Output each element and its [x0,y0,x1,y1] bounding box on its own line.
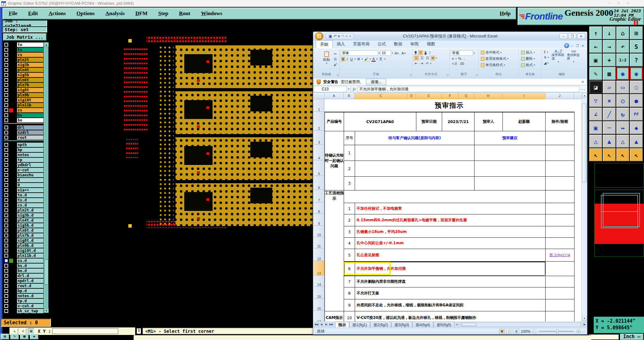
confirm-suggestion-cell[interactable] [475,161,546,177]
fill-button[interactable]: ⬇ ▾ [543,55,550,60]
menu-step[interactable]: Step [158,10,168,17]
layer-checkbox[interactable] [4,249,8,252]
empty-cell[interactable] [546,203,575,214]
phonetic-button[interactable]: 文 [378,56,384,62]
name-box[interactable]: C13 [314,86,347,92]
highlight-invert-icon[interactable]: ◪ [589,81,602,94]
layer-row-tp.d[interactable]: tp.d [3,298,43,303]
empty-cell[interactable] [546,226,575,238]
layer-checkbox[interactable] [4,153,8,157]
formula-input[interactable]: 不允许加平衡铜，允许加泪滴 [358,86,579,92]
zoom-knob[interactable] [556,329,558,333]
empty-cell[interactable] [546,287,575,299]
item-no-cell[interactable]: 7 [344,276,355,287]
align-right-icon[interactable]: ☴ [425,56,430,60]
page-layout-view-icon[interactable]: ▢ [506,329,512,334]
clipboard-up-icon[interactable]: ↑ [589,26,602,39]
menu-rout[interactable]: Rout [179,10,190,17]
sheet-tab-图3(fig3)[interactable]: 图3(fig3) [391,322,412,327]
layer-row-0[interactable]: 0 [3,183,43,188]
layer-checkbox[interactable] [4,304,8,308]
layer-checkbox[interactable] [4,299,8,303]
layer-checkbox[interactable] [4,203,8,207]
workbook-minimize-icon[interactable]: ─ [570,44,574,48]
layer-checkbox[interactable] [4,53,8,57]
layer-checkbox[interactable] [4,168,8,172]
decrease-indent-icon[interactable]: ⇤ [414,61,419,66]
layer-row-bs[interactable]: bs [3,113,43,118]
align-bottom-icon[interactable]: 🮒 [424,51,427,55]
item-text-cell[interactable]: 孔铜最小18um，平均20um [355,226,546,238]
column-header-G[interactable]: G [458,93,474,99]
layer-row-via++[interactable]: via++ [3,188,43,193]
layer-row-ts[interactable]: ts [3,47,43,52]
excel-titlebar[interactable]: ▣ ↶ ▾ ↷ ▾ ▾ CV2G71APA0-预审指示 [兼容模式] - Mic… [313,32,587,41]
styles-button-0[interactable]: 条件格式 ▾ [480,50,517,55]
sort-filter-button[interactable]: A↓Z 排序和筛选▾ [552,50,565,65]
item-text-cell[interactable]: 不允许加平衡铜，允许加泪滴 [355,262,546,276]
prev-sheet-icon[interactable]: ◀ [319,322,324,327]
layer-row-bp[interactable]: bp [3,147,43,152]
align-middle-icon[interactable]: ☰ [418,50,423,55]
sheet-tab-图1(fig1)[interactable]: 图1(fig1) [349,322,370,327]
layer-row-d[interactable]: d [3,178,43,183]
styles-button-1[interactable]: 套用表格格式 ▾ [480,56,517,61]
previous-view-icon[interactable]: ↶ [616,40,629,53]
first-sheet-icon[interactable]: ◀◀ [314,322,319,327]
copy-icon[interactable]: ⎘ [333,57,338,62]
layer-checkbox[interactable] [4,108,8,112]
item-no-cell[interactable]: 9 [344,299,355,311]
ribbon-tab-审阅[interactable]: 审阅 [406,40,423,48]
excel-restore-button[interactable]: ❐ [568,33,576,39]
comma-icon[interactable]: , [463,56,466,61]
layer-checkbox[interactable] [4,213,8,217]
reviewer-label-cell[interactable]: 预审人 [475,112,503,131]
layer-checkbox[interactable] [4,43,8,47]
layer-checkbox[interactable] [4,88,8,92]
layer-row-pln11b[interactable]: pln11b [3,103,43,108]
layer-row-rout[interactable]: rout [3,135,43,140]
mirror-tool-icon[interactable]: FF [630,108,643,121]
pad-mode-icon[interactable]: ◌ [630,81,643,94]
layer-row-pln2t[interactable]: pln2t [3,57,43,62]
increase-indent-icon[interactable]: ⇥ [419,61,424,66]
item-no-cell[interactable]: 3 [344,226,355,238]
layer-row-ydkdrl[interactable]: ydkdrl [3,162,43,167]
layer-checkbox[interactable] [4,73,8,77]
layer-checkbox[interactable] [4,126,8,129]
layer-row-szdrl[interactable]: szdrl [3,130,43,135]
confirm-suggestion-cell[interactable] [475,177,546,190]
layer-row-to[interactable]: to [3,42,43,47]
layer-checkbox[interactable] [4,224,8,227]
layer-row-pln4t[interactable]: pln4t [3,67,43,72]
row-header-1[interactable]: 1 [314,99,325,112]
pad-reference-icon[interactable]: ▣ [589,121,602,134]
layer-checkbox[interactable] [4,83,8,87]
border-button[interactable]: ⊞ [356,57,361,61]
menu-options[interactable]: Options [76,10,95,17]
layer-checkbox[interactable] [4,279,8,283]
cut-icon[interactable]: ✂ [333,52,338,56]
row-header-5[interactable]: 5 [314,160,325,176]
process-header-cell[interactable] [344,190,546,203]
layer-checkbox[interactable] [4,244,8,247]
layer-row-tp[interactable]: tp [3,157,43,162]
sheet-tab-图2(fig2)[interactable]: 图2(fig2) [370,322,391,327]
layer-row-cs[interactable]: cs [3,52,43,57]
clear-button[interactable]: ◢ ▾ [543,61,550,65]
layer-row-sig8t[interactable]: sig8t [3,88,43,93]
ribbon-tab-开始[interactable]: 开始 [316,40,333,48]
styles-button-2[interactable]: 单元格样式 ▾ [480,62,517,68]
worksheet-grid[interactable]: ABCDEFGHIJ 1234567891011121314151617 预审指… [314,93,582,321]
grid-snap-icon[interactable]: ⊞ [28,328,35,334]
item-text-cell[interactable]: 0.15mm和0.2mm的过孔树脂塞孔+电镀平整，双面开窗的也塞 [355,214,546,226]
layer-row-bo.d[interactable]: bo.d [3,268,43,273]
ribbon-tab-视图[interactable]: 视图 [423,40,439,48]
menu-file[interactable]: File [9,10,17,17]
layer-checkbox[interactable] [4,103,8,107]
zoom-1to2-icon[interactable]: 1:2 [616,54,629,66]
item-no-cell[interactable]: 8 [344,287,355,299]
layer-checkbox[interactable] [4,98,8,102]
layer-checkbox[interactable] [4,78,8,82]
layer-row-npdrl.d[interactable]: npdrl.d [3,278,43,283]
